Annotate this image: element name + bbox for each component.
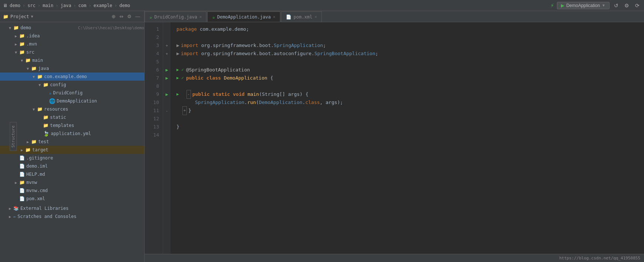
- run-arrow-icon[interactable]: ⚡: [551, 2, 554, 9]
- breadcrumb-src[interactable]: src: [27, 3, 36, 8]
- gutter-14: [163, 131, 171, 139]
- tree-label-resources: resources: [44, 107, 144, 112]
- tree-item-resources[interactable]: ▼ 📁 resources: [0, 105, 144, 113]
- dropdown-arrow-icon: ▼: [602, 3, 605, 7]
- tree-item-demo-iml[interactable]: 📄 demo.iml: [0, 162, 144, 170]
- tab-demo-application[interactable]: ☕ DemoApplication.java ✕: [207, 11, 280, 22]
- code-gutter: + + ▶ ▶ ▶ -: [163, 22, 171, 254]
- code-line-2: [176, 33, 644, 41]
- line-num-2: 2: [145, 33, 159, 41]
- top-bar: 🖥 demo › src › main › java › com › examp…: [0, 0, 644, 11]
- line-num-8: 8: [145, 82, 159, 90]
- tree-item-static[interactable]: 📁 static: [0, 113, 144, 121]
- settings-button[interactable]: ⚙: [623, 2, 631, 9]
- tree-item-java[interactable]: ▼ 📁 java: [0, 64, 144, 73]
- code-line-5: [176, 58, 644, 66]
- gutter-11: -: [163, 107, 171, 115]
- tree-item-help-md[interactable]: 📄 HELP.md: [0, 170, 144, 178]
- tree-item-scratches[interactable]: ▶ ✏ Scratches and Consoles: [0, 212, 144, 221]
- icon-external-libraries: 📚: [13, 206, 19, 211]
- tree-label-src: src: [26, 50, 144, 55]
- collapse-button[interactable]: ⇔: [118, 13, 125, 20]
- tab-close-pom[interactable]: ✕: [314, 14, 317, 19]
- project-dropdown-icon[interactable]: ▼: [31, 14, 33, 19]
- tree-label-static: static: [50, 115, 144, 120]
- tree-item-demo-application[interactable]: 🌐 DemoApplication: [0, 97, 144, 105]
- folder-icon-idea: 📁: [19, 33, 25, 38]
- play-icon: ▶: [561, 3, 564, 8]
- sidebar: 📁 Project ▼ ⊕ ⇔ ⚙ — ▼ 📁 demo C:\Users\he…: [0, 11, 145, 262]
- tree-label-demo-iml: demo.iml: [26, 164, 144, 169]
- icon-scratches: ✏: [13, 214, 16, 219]
- tab-pom-xml[interactable]: 📄 pom.xml ✕: [281, 11, 322, 22]
- line-num-6: 6: [145, 66, 159, 74]
- tree-item-gitignore[interactable]: 📄 .gitignore: [0, 154, 144, 162]
- breadcrumb-example[interactable]: example: [93, 3, 112, 8]
- locate-file-button[interactable]: ⊕: [110, 13, 117, 20]
- tree-item-pom-xml[interactable]: 📄 pom.xml: [0, 195, 144, 203]
- folder-icon-com-example: 📁: [37, 74, 43, 79]
- line-num-1: 1: [145, 25, 159, 33]
- sidebar-title-icon: 📁: [3, 14, 9, 19]
- tab-close-druid[interactable]: ✕: [199, 14, 202, 19]
- icon-help-md: 📄: [19, 172, 25, 177]
- tree-item-config[interactable]: ▼ 📁 config: [0, 81, 144, 89]
- gutter-6[interactable]: ▶: [163, 66, 171, 74]
- breadcrumb: 🖥 demo › src › main › java › com › examp…: [3, 3, 130, 8]
- tree-item-application-yml[interactable]: 🍃 application.yml: [0, 130, 144, 138]
- file-tree: ▼ 📁 demo C:\Users\hecai\Desktop\demo ▶ 📁…: [0, 22, 144, 262]
- icon-gitignore: 📄: [19, 155, 25, 161]
- breadcrumb-java[interactable]: java: [60, 3, 71, 8]
- tree-item-druid-config[interactable]: ☕ DruidConfig: [0, 89, 144, 97]
- gutter-10: [163, 98, 171, 107]
- run-config-label: DemoApplication: [566, 3, 600, 8]
- tree-item-idea[interactable]: ▶ 📁 .idea: [0, 32, 144, 40]
- tree-item-demo[interactable]: ▼ 📁 demo C:\Users\hecai\Desktop\demo: [0, 24, 144, 32]
- tree-item-external-libraries[interactable]: ▶ 📚 External Libraries: [0, 204, 144, 212]
- code-line-8: [176, 82, 644, 90]
- tree-item-main[interactable]: ▼ 📁 main: [0, 56, 144, 64]
- tree-item-templates[interactable]: 📁 templates: [0, 121, 144, 130]
- tree-item-mvn[interactable]: ▶ 📁 .mvn: [0, 40, 144, 48]
- folder-icon-config: 📁: [43, 82, 49, 87]
- folder-icon-templates: 📁: [43, 123, 49, 128]
- structure-tab[interactable]: Structure: [10, 122, 17, 151]
- tree-item-mvnw[interactable]: ▶ 📁 mvnw: [0, 178, 144, 187]
- tree-label-help-md: HELP.md: [26, 172, 144, 177]
- gutter-9[interactable]: ▶: [163, 90, 171, 98]
- tree-label-scratches: Scratches and Consoles: [17, 214, 144, 219]
- breadcrumb-demo[interactable]: demo: [10, 3, 20, 8]
- code-content[interactable]: package com.example.demo; ▶import org.sp…: [171, 22, 644, 254]
- main-layout: 📁 Project ▼ ⊕ ⇔ ⚙ — ▼ 📁 demo C:\Users\he…: [0, 11, 644, 262]
- tree-item-mvnw-cmd[interactable]: 📄 mvnw.cmd: [0, 187, 144, 195]
- line-numbers: 1 2 3 4 5 6 7 8 9 10 11 12 13 14: [145, 22, 163, 254]
- tab-icon-demo: ☕: [212, 14, 215, 20]
- sidebar-close-button[interactable]: —: [134, 13, 141, 20]
- tree-item-test[interactable]: ▶ 📁 test: [0, 138, 144, 146]
- sep5: ›: [89, 3, 91, 8]
- breadcrumb-demo2[interactable]: demo: [119, 3, 130, 8]
- breadcrumb-com[interactable]: com: [78, 3, 86, 8]
- status-bar: https://blog.csdn.net/qq_41950855: [145, 254, 644, 262]
- sidebar-settings-button[interactable]: ⚙: [126, 13, 133, 20]
- sep4: ›: [73, 3, 76, 8]
- folder-icon-target: 📁: [25, 147, 31, 152]
- line-num-11: 11: [145, 107, 159, 115]
- tab-icon-pom: 📄: [286, 14, 291, 20]
- tab-close-demo[interactable]: ✕: [273, 14, 275, 19]
- run-config-button[interactable]: ▶ DemoApplication ▼: [557, 2, 610, 9]
- icon-application-yml: 🍃: [43, 131, 49, 137]
- spinner-button[interactable]: ⟳: [634, 2, 641, 9]
- breadcrumb-icon: 🖥: [3, 3, 7, 8]
- tree-item-target[interactable]: ▶ 📁 target: [0, 146, 144, 154]
- gutter-7[interactable]: ▶: [163, 74, 171, 82]
- reload-button[interactable]: ↺: [612, 2, 620, 9]
- tree-item-com-example-demo[interactable]: ▼ 📁 com.example.demo: [0, 73, 144, 81]
- breadcrumb-main[interactable]: main: [43, 3, 53, 8]
- tab-druid-config[interactable]: ☕ DruidConfig.java ✕: [145, 11, 207, 22]
- tree-label-target: target: [32, 147, 144, 152]
- code-line-6: ▶ ✓@SpringBootApplication: [176, 66, 644, 74]
- line-num-3: 3: [145, 41, 159, 50]
- tree-item-src[interactable]: ▼ 📁 src: [0, 48, 144, 56]
- tree-label-mvnw-cmd: mvnw.cmd: [26, 188, 144, 193]
